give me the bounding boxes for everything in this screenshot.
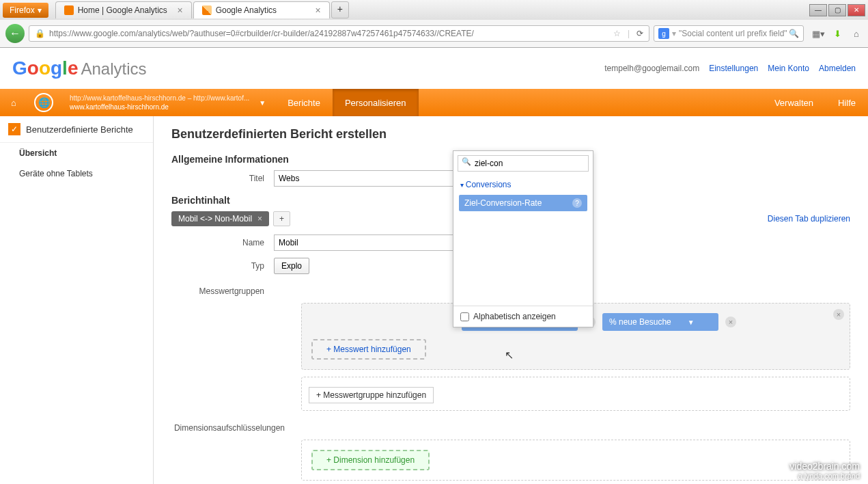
help-icon[interactable]: ?: [572, 198, 582, 208]
sidebar-item-devices[interactable]: Geräte ohne Tablets: [0, 163, 153, 184]
browser-chrome: Firefox▾ Home | Google Analytics × Googl…: [0, 0, 868, 48]
add-dimension-button[interactable]: + Dimension hinzufügen: [311, 450, 430, 470]
user-email: tempelh@googlemail.com: [604, 64, 699, 73]
label-name: Name: [171, 238, 274, 247]
nav-reports[interactable]: Berichte: [275, 89, 333, 116]
sidebar-item-overview[interactable]: Übersicht: [0, 143, 153, 163]
close-window-button[interactable]: ✕: [848, 4, 865, 16]
property-line1: http://www.kartoffelhaus-hirschhorn.de –…: [70, 94, 249, 103]
label-dimensions: Dimensionsaufschlüsselungen: [171, 418, 294, 433]
bookmark-icon[interactable]: ☆: [613, 29, 621, 38]
metric-search-input[interactable]: [458, 155, 589, 172]
minimize-button[interactable]: —: [809, 4, 827, 16]
favicon-icon: [202, 5, 212, 15]
duplicate-tab-link[interactable]: Diesen Tab duplizieren: [768, 214, 850, 224]
ga-header: Google Analytics tempelh@googlemail.com …: [0, 48, 868, 89]
remove-group-button[interactable]: ×: [833, 309, 844, 320]
sidebar-header[interactable]: ✓ Benutzerdefinierte Berichte: [0, 116, 153, 143]
search-text: "Social content url prefix field": [679, 29, 787, 38]
logout-link[interactable]: Abmelden: [819, 64, 856, 73]
sidebar-header-label: Benutzerdefinierte Berichte: [26, 124, 133, 135]
page-title: Benutzerdefinierten Bericht erstellen: [171, 127, 850, 142]
globe-icon: 🌐: [34, 93, 53, 112]
watermark: video2brain.com a lynda.com brand: [789, 461, 860, 480]
new-tab-button[interactable]: +: [331, 1, 349, 18]
metric-chip[interactable]: % neue Besuche ▼: [602, 313, 718, 331]
metric-label: % neue Besuche: [609, 317, 671, 327]
favicon-icon: [64, 5, 74, 15]
dimension-group: + Dimension hinzufügen: [301, 440, 850, 481]
account-link[interactable]: Mein Konto: [768, 64, 809, 73]
add-metric-button[interactable]: + Messwert hinzufügen: [311, 339, 426, 360]
report-icon: ✓: [8, 123, 20, 135]
search-icon[interactable]: 🔍: [789, 29, 799, 38]
settings-link[interactable]: Einstellungen: [709, 64, 758, 73]
back-button[interactable]: ←: [5, 24, 25, 43]
type-button[interactable]: Explo: [274, 258, 309, 274]
report-tab-pill[interactable]: Mobil <-> Non-Mobil ×: [171, 211, 269, 226]
metric-category[interactable]: Conversions: [453, 176, 593, 193]
tab-pill-label: Mobil <-> Non-Mobil: [178, 214, 252, 224]
label-metricgroups: Messwertgruppen: [171, 281, 274, 296]
lock-icon: 🔒: [35, 29, 45, 38]
browser-tab[interactable]: Home | Google Analytics ×: [55, 1, 192, 18]
alpha-sort-checkbox[interactable]: [460, 312, 469, 321]
remove-metric-button[interactable]: ×: [725, 317, 736, 327]
nav-customize[interactable]: Personalisieren: [333, 89, 419, 116]
sidebar: ✓ Benutzerdefinierte Berichte Übersicht …: [0, 116, 154, 484]
browser-tabs: Home | Google Analytics × Google Analyti…: [55, 1, 349, 18]
metric-option[interactable]: Ziel-Conversion-Rate ?: [459, 195, 587, 211]
close-icon[interactable]: ×: [257, 214, 262, 224]
download-icon[interactable]: ⬇: [831, 27, 843, 40]
url-text: https://www.google.com/analytics/web/?au…: [49, 29, 474, 38]
add-metric-group-button[interactable]: + Messwertgruppe hinzufügen: [309, 387, 434, 403]
addon-icon[interactable]: ▦▾: [812, 27, 824, 40]
name-input[interactable]: [274, 234, 479, 251]
nav-home[interactable]: ⌂: [0, 89, 27, 116]
browser-tab[interactable]: Google Analytics ×: [193, 1, 330, 18]
property-line2: www.kartoffelhaus-hirschhorn.de: [70, 103, 249, 111]
google-icon: g: [658, 28, 669, 39]
chevron-down-icon: ▼: [259, 99, 275, 107]
label-type: Typ: [171, 261, 274, 271]
tab-title: Home | Google Analytics: [78, 5, 167, 15]
tab-title: Google Analytics: [216, 5, 277, 15]
reload-icon[interactable]: ⟳: [636, 29, 643, 38]
browser-search-input[interactable]: g ▾ "Social content url prefix field" 🔍: [654, 25, 804, 42]
alpha-sort-label: Alphabetisch anzeigen: [473, 312, 556, 321]
nav-property-selector[interactable]: 🌐: [27, 89, 60, 116]
home-icon[interactable]: ⌂: [850, 27, 863, 40]
url-input[interactable]: 🔒 https://www.google.com/analytics/web/?…: [29, 25, 649, 42]
close-icon[interactable]: ×: [178, 5, 183, 16]
metric-option-label: Ziel-Conversion-Rate: [464, 198, 542, 208]
google-analytics-logo[interactable]: Google Analytics: [12, 57, 147, 79]
close-icon[interactable]: ×: [316, 5, 321, 16]
chevron-down-icon: ▼: [688, 319, 695, 326]
primary-nav: ⌂ 🌐 http://www.kartoffelhaus-hirschhorn.…: [0, 89, 868, 116]
nav-manage[interactable]: Verwalten: [762, 98, 826, 108]
add-report-tab-button[interactable]: +: [273, 211, 290, 226]
nav-help[interactable]: Hilfe: [826, 98, 868, 108]
nav-property-dropdown[interactable]: http://www.kartoffelhaus-hirschhorn.de –…: [60, 94, 259, 111]
window-controls: — ▢ ✕: [809, 4, 865, 16]
maximize-button[interactable]: ▢: [828, 4, 846, 16]
title-input[interactable]: [274, 170, 479, 187]
metric-picker-popover: Conversions Ziel-Conversion-Rate ? Alpha…: [453, 150, 593, 327]
content: Benutzerdefinierten Bericht erstellen Al…: [154, 116, 868, 484]
home-icon: ⌂: [11, 98, 16, 108]
label-title: Titel: [171, 174, 274, 183]
firefox-menu-button[interactable]: Firefox▾: [3, 3, 48, 18]
